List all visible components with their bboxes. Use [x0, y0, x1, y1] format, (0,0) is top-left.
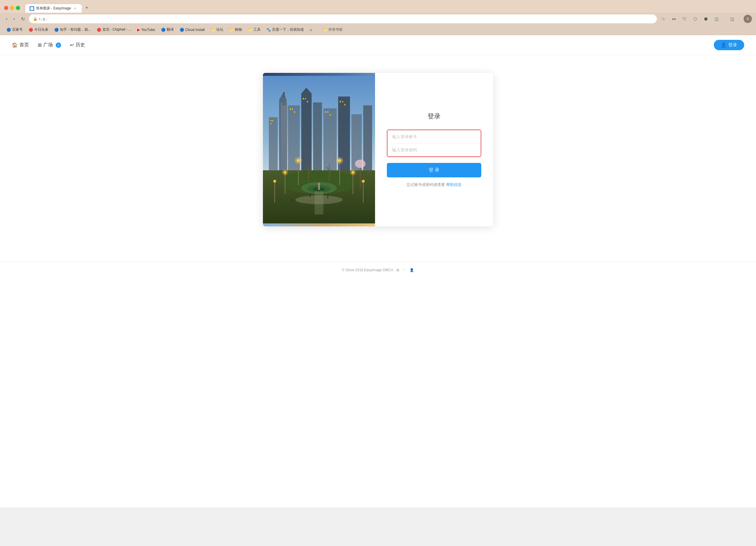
login-submit-button[interactable]: 登 录 [387, 163, 481, 177]
site-nav: 🏠 首页 ⊞ 广场 0 ↩ 历史 👤 登录 [0, 35, 756, 55]
zhihu-icon: 🔵 [54, 28, 59, 32]
ext4-icon[interactable]: ◫ [712, 15, 721, 23]
square-nav-item[interactable]: ⊞ 广场 0 [38, 42, 61, 48]
footer-icon-3: 👤 [410, 268, 414, 272]
bookmark-luntan[interactable]: 📁 论坛 [208, 26, 226, 33]
form-fields-group [387, 130, 481, 157]
gongju-icon: 📁 [248, 28, 252, 32]
history-icon: ↩ [70, 42, 74, 48]
separator [724, 16, 724, 22]
bookmark-toutiao[interactable]: 🔴 今日头条 [26, 26, 51, 33]
bookmark-gongju[interactable]: 📁 工具 [246, 26, 263, 33]
youtube-icon: ▶ [137, 28, 140, 32]
svg-rect-25 [327, 111, 328, 113]
browser-tab-active[interactable]: 简单图床 - EasyImage × [25, 4, 82, 13]
baidu-label: 百度一下，你就知道 [272, 27, 304, 32]
home-nav-item[interactable]: 🏠 首页 [12, 42, 29, 48]
svg-rect-23 [307, 101, 308, 102]
svg-rect-5 [301, 94, 312, 176]
city-skyline-image [263, 73, 375, 226]
luntan-icon: 📁 [211, 28, 215, 32]
chiphell-label: 首页 - Chiphell - ... [102, 27, 132, 32]
url-box[interactable]: 🔒 r...y... [29, 14, 657, 23]
bookmark-youtube[interactable]: ▶ YouTube [135, 27, 157, 33]
history-label: 历史 [76, 42, 85, 48]
login-title: 登录 [428, 112, 441, 121]
forward-button[interactable]: › [12, 15, 17, 23]
cloudinstall-label: Cloud Install [185, 28, 205, 32]
baihao-label: 百家号 [12, 27, 23, 32]
footer-icon-1: ⊞ [396, 268, 399, 272]
forgot-text: 忘记账号或密码请查看 帮助信息 [387, 182, 481, 187]
svg-point-68 [318, 183, 320, 185]
svg-rect-29 [344, 104, 346, 105]
bookmark-baihao[interactable]: 🔵 百家号 [4, 26, 25, 33]
svg-rect-18 [290, 108, 291, 110]
svg-rect-64 [327, 196, 328, 199]
separator2 [740, 16, 740, 22]
profile-avatar[interactable]: A [744, 15, 752, 23]
close-window-button[interactable] [4, 6, 8, 10]
site-footer: © Since 2018 EasyImage DMCA ⊞ ♡ 👤 [0, 262, 756, 278]
bk-separator [318, 27, 318, 33]
luntan-label: 论坛 [216, 27, 223, 32]
bookmark-fanyi[interactable]: 🔵 翻译 [159, 26, 176, 33]
svg-rect-20 [294, 111, 295, 113]
ext2-icon[interactable]: ⬡ [691, 15, 699, 23]
bookmark-chiphell[interactable]: 🔴 首页 - Chiphell - ... [94, 26, 134, 33]
title-bar: 简单图床 - EasyImage × + [0, 0, 756, 13]
bookmarks-more-button[interactable]: » [307, 27, 315, 33]
minimize-window-button[interactable] [10, 6, 14, 10]
footer-icons: ⊞ ♡ 👤 [396, 268, 414, 272]
toutiao-label: 今日头条 [34, 27, 48, 32]
svg-rect-1 [269, 117, 278, 176]
svg-rect-12 [281, 102, 287, 173]
refresh-button[interactable]: ↻ [19, 15, 27, 23]
svg-point-43 [282, 169, 288, 175]
sidebar-button[interactable]: ◫ [728, 15, 736, 23]
svg-point-65 [292, 199, 293, 201]
home-label: 首页 [19, 42, 29, 48]
ext3-icon[interactable]: ⬢ [702, 15, 710, 23]
browser-frame: 简单图床 - EasyImage × + ‹ › ↻ 🔒 r...y... ☆ … [0, 0, 756, 35]
svg-point-40 [336, 157, 343, 164]
youtube-label: YouTube [141, 28, 155, 32]
copyright-text: © Since 2018 EasyImage DMCA [342, 268, 393, 272]
shield-icon[interactable]: 🛡 [680, 15, 689, 23]
grid-icon: ⊞ [38, 42, 42, 48]
all-bookmarks-button[interactable]: 📁 所有书签 [320, 26, 345, 33]
new-tab-button[interactable]: + [82, 3, 92, 13]
svg-rect-22 [305, 98, 306, 99]
login-nav-button[interactable]: 👤 登录 [714, 40, 744, 50]
forgot-prefix: 忘记账号或密码请查看 [407, 182, 445, 187]
cloudinstall-icon: 🔵 [180, 28, 184, 32]
fullscreen-window-button[interactable] [16, 6, 20, 10]
traffic-lights [4, 6, 20, 10]
history-nav-item[interactable]: ↩ 历史 [70, 42, 85, 48]
password-input[interactable] [387, 143, 481, 156]
all-bookmarks-label: 所有书签 [328, 27, 343, 32]
svg-rect-14 [283, 92, 285, 98]
star-button[interactable]: ☆ [659, 15, 667, 23]
address-bar: ‹ › ↻ 🔒 r...y... ☆ ●● 🛡 ⬡ ⬢ ◫ ◫ A [0, 13, 756, 25]
help-link[interactable]: 帮助信息 [446, 182, 462, 187]
login-form: 登 录 忘记账号或密码请查看 帮助信息 [387, 130, 481, 187]
bookmark-baidu[interactable]: 🐾 百度一下，你就知道 [264, 26, 306, 33]
svg-rect-66 [292, 201, 293, 203]
bookmark-gouwu[interactable]: 📁 购物 [227, 26, 244, 33]
svg-point-48 [273, 180, 276, 183]
back-button[interactable]: ‹ [4, 15, 9, 23]
ext1-icon[interactable]: ●● [670, 15, 678, 23]
svg-rect-52 [315, 191, 323, 215]
zhihu-label: 知乎 - 有问题，就... [60, 27, 91, 32]
bookmark-zhihu[interactable]: 🔵 知乎 - 有问题，就... [52, 26, 93, 33]
svg-point-63 [327, 194, 329, 196]
bookmark-cloudinstall[interactable]: 🔵 Cloud Install [177, 27, 207, 33]
user-icon: 👤 [721, 42, 726, 48]
svg-point-46 [350, 169, 356, 175]
tab-title: 简单图床 - EasyImage [36, 6, 71, 11]
folder-icon: 📁 [323, 28, 327, 32]
home-icon: 🏠 [12, 42, 18, 48]
username-input[interactable] [387, 130, 481, 143]
tab-close-button[interactable]: × [73, 6, 78, 11]
